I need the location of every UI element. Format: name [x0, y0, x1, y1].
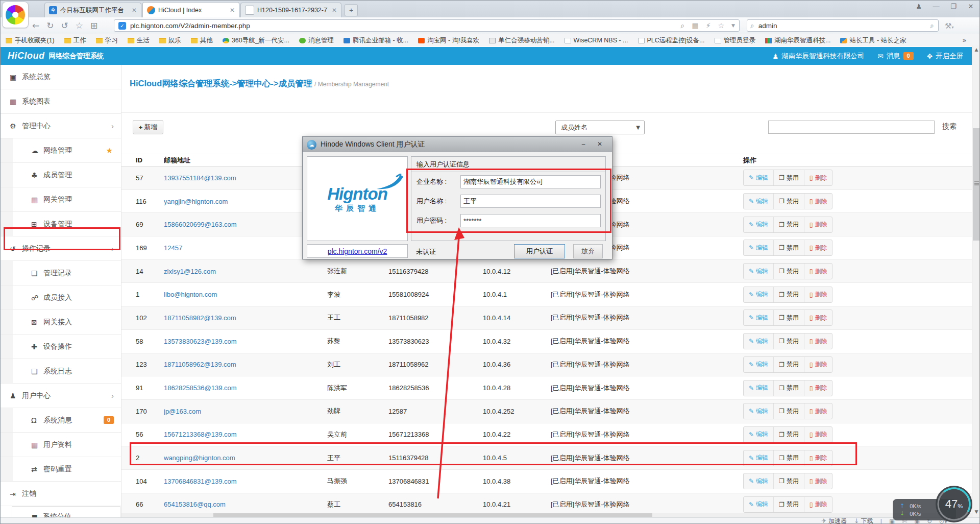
disable-button[interactable]: ❐禁用	[773, 287, 804, 302]
tab-h120[interactable]: H120-1509-1617-2932-77 ✕	[240, 3, 341, 17]
delete-button[interactable]: ▯删除	[804, 194, 832, 209]
bookmark-item[interactable]: WiseCRM NBS - ...	[565, 37, 628, 44]
sidebar-item-management-center[interactable]: 管理中心›	[1, 114, 121, 138]
cell-email-link[interactable]: 15671213368@139.com	[164, 431, 327, 438]
edit-button[interactable]: ✎编辑	[744, 427, 773, 442]
company-menu[interactable]: ♟ 湖南华辰智通科技有限公司	[772, 52, 864, 61]
edit-button[interactable]: ✎编辑	[744, 264, 773, 279]
delete-button[interactable]: ▯删除	[804, 334, 832, 349]
edit-button[interactable]: ✎编辑	[744, 380, 773, 396]
sidebar-item-charts[interactable]: 系统图表	[1, 89, 121, 114]
sidebar-item-overview[interactable]: 系统总览	[1, 65, 121, 89]
bookmark-item[interactable]: 单仁合强移动营销...	[489, 36, 554, 45]
tools-wrench-icon[interactable]: ⚒	[945, 21, 951, 31]
search-button[interactable]: 搜索	[942, 122, 957, 131]
tab-close-icon[interactable]: ✕	[230, 7, 235, 14]
edit-button[interactable]: ✎编辑	[744, 217, 773, 232]
delete-button[interactable]: ▯删除	[804, 357, 832, 372]
dropdown-caret-icon[interactable]: ▼	[731, 23, 735, 28]
browser-account-icon[interactable]: ♟	[914, 3, 923, 10]
vertical-scrollbar[interactable]: ▲ ▼	[972, 45, 980, 517]
filter-select[interactable]: 成员姓名 ▼	[555, 121, 645, 134]
bookmark-item[interactable]: 生活	[128, 36, 150, 45]
qr-code-icon[interactable]: ▦	[692, 21, 698, 30]
refresh-icon[interactable]: ↻	[46, 20, 54, 31]
address-bar[interactable]: ✓ plc.hignton.com/V2/admin-member.php ⌕ …	[114, 19, 740, 32]
bookmark-item[interactable]: 工作	[64, 36, 86, 45]
sidebar-item-management-records[interactable]: 管理记录	[1, 261, 121, 285]
cell-email-link[interactable]: libo@hignton.com	[164, 291, 327, 298]
delete-button[interactable]: ▯删除	[804, 427, 832, 442]
sidebar-item-system-log[interactable]: 系统日志	[1, 359, 121, 384]
delete-button[interactable]: ▯删除	[804, 287, 832, 302]
tab-hicloud[interactable]: HiCloud | Index ✕	[142, 2, 239, 17]
dialog-minimize-button[interactable]: –	[577, 139, 590, 149]
cell-email-link[interactable]: 18628258536@139.com	[164, 384, 327, 392]
give-up-button[interactable]: 放弃	[573, 244, 603, 258]
cell-email-link[interactable]: 13573830623@139.com	[164, 338, 327, 345]
edit-button[interactable]: ✎编辑	[744, 497, 773, 512]
sidebar-item-gateway-access[interactable]: 网关接入	[1, 310, 121, 335]
bookmark-item[interactable]: 站长工具 - 站长之家	[840, 36, 906, 45]
bookmark-star-icon[interactable]: ☆	[718, 21, 725, 30]
window-restore-button[interactable]: ❐	[949, 3, 958, 10]
sidebar-item-network-management[interactable]: 网络管理★	[1, 138, 121, 163]
edit-button[interactable]: ✎编辑	[744, 170, 773, 185]
scroll-down-icon[interactable]: ▼	[972, 509, 980, 514]
sidebar-item-device-operations[interactable]: 设备操作	[1, 335, 121, 359]
browser-logo[interactable]	[2, 2, 29, 28]
edit-button[interactable]: ✎编辑	[744, 310, 773, 325]
delete-button[interactable]: ▯删除	[804, 450, 832, 466]
delete-button[interactable]: ▯删除	[804, 497, 832, 512]
bookmark-item[interactable]: 娱乐	[159, 36, 181, 45]
disable-button[interactable]: ❐禁用	[773, 217, 804, 232]
sidebar-item-operation-records[interactable]: 操作记录›	[1, 236, 121, 261]
edit-button[interactable]: ✎编辑	[744, 403, 773, 419]
delete-button[interactable]: ▯删除	[804, 264, 832, 279]
edit-button[interactable]: ✎编辑	[744, 473, 773, 489]
disable-button[interactable]: ❐禁用	[773, 334, 804, 349]
window-close-button[interactable]: ✕	[966, 3, 975, 10]
undo-icon[interactable]: ↺	[61, 20, 68, 31]
delete-button[interactable]: ▯删除	[804, 217, 832, 232]
disable-button[interactable]: ❐禁用	[773, 473, 804, 489]
browser-search-box[interactable]: ⌕ ⌕	[747, 19, 939, 32]
edit-button[interactable]: ✎编辑	[744, 194, 773, 209]
bookmark-item[interactable]: 腾讯企业邮箱 - 收...	[344, 36, 408, 45]
hscrollbar-thumb[interactable]	[213, 513, 652, 517]
disable-button[interactable]: ❐禁用	[773, 427, 804, 442]
disable-button[interactable]: ❐禁用	[773, 450, 804, 466]
favorite-star-icon[interactable]: ☆	[76, 20, 83, 31]
dialog-close-button[interactable]: ✕	[594, 139, 606, 149]
new-tab-button[interactable]: +	[345, 4, 358, 16]
delete-button[interactable]: ▯删除	[804, 240, 832, 255]
tab-close-icon[interactable]: ✕	[332, 7, 337, 14]
edit-button[interactable]: ✎编辑	[744, 334, 773, 349]
download-tool[interactable]: ↓ 下载	[854, 517, 873, 524]
cell-email-link[interactable]: 13706846831@139.com	[164, 478, 327, 485]
disable-button[interactable]: ❐禁用	[773, 497, 804, 512]
search-icon[interactable]: ⌕	[930, 21, 934, 30]
scrollbar-thumb[interactable]	[973, 128, 980, 241]
cell-email-link[interactable]: wangping@hignton.com	[164, 454, 327, 462]
messages-menu[interactable]: ✉ 消息 0	[877, 52, 913, 61]
window-minimize-button[interactable]: —	[932, 3, 941, 10]
scroll-up-icon[interactable]: ▲	[972, 47, 980, 52]
username-field-input[interactable]	[460, 195, 601, 208]
dialog-link[interactable]: plc.hignton.com/v2	[328, 247, 387, 255]
sidebar-item-logout[interactable]: 注销	[1, 482, 121, 506]
sidebar-item-member-access[interactable]: 成员接入	[1, 285, 121, 310]
delete-button[interactable]: ▯删除	[804, 473, 832, 489]
url-text[interactable]: plc.hignton.com/V2/admin-member.php	[130, 22, 250, 30]
browser-search-input[interactable]	[757, 21, 930, 30]
edit-button[interactable]: ✎编辑	[744, 450, 773, 466]
bookmarks-overflow-chevron[interactable]: »	[963, 36, 966, 44]
bookmark-item[interactable]: 淘宝网 - 淘!我喜欢	[418, 36, 479, 45]
apps-grid-icon[interactable]: ⊞	[90, 20, 97, 31]
cell-email-link[interactable]: zlxlsy1@126.com	[164, 268, 327, 275]
sidebar-item-password-reset[interactable]: 密码重置	[1, 457, 121, 482]
table-search-input[interactable]	[769, 121, 936, 134]
disable-button[interactable]: ❐禁用	[773, 264, 804, 279]
sidebar-item-gateway-management[interactable]: 网关管理	[1, 187, 121, 212]
sidebar-item-user-profile[interactable]: 用户资料	[1, 433, 121, 457]
